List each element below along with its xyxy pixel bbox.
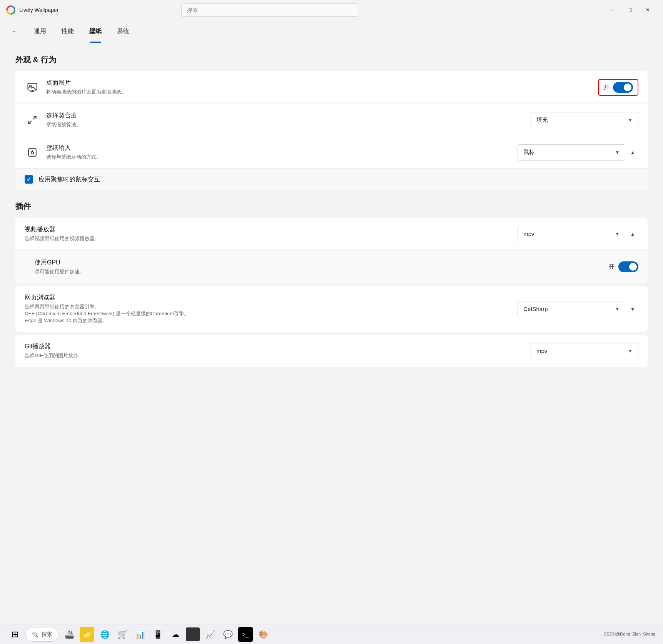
wallpaper-input-expand[interactable]: ▲ [627, 146, 638, 159]
taskbar-right: CSDN@Deng_Zian_Sheng [604, 631, 655, 637]
wallpaper-input-dropdown[interactable]: 鼠标 ▼ [518, 144, 625, 161]
web-browser-control: CefSharp ▼ ▼ [518, 301, 638, 317]
svg-line-4 [28, 121, 32, 124]
plugins-section: 插件 视频播放器 选择视频壁纸使用的视频播放器。 mpv ▼ ▲ [15, 201, 648, 367]
taskbar-files-icon[interactable]: 📁 [80, 627, 94, 642]
search-input[interactable] [181, 3, 358, 17]
web-browser-label: 网页浏览器 [25, 294, 510, 302]
plugins-section-title: 插件 [15, 201, 648, 212]
svg-rect-5 [28, 149, 36, 156]
svg-point-6 [31, 152, 34, 154]
gif-player-label: Gif播放器 [25, 343, 523, 351]
fit-mode-icon [25, 112, 40, 128]
close-button[interactable]: ✕ [639, 3, 657, 17]
taskbar-color-icon[interactable]: 🎨 [256, 627, 271, 642]
video-player-desc: 选择视频壁纸使用的视频播放器。 [25, 235, 510, 242]
taskbar-ship-icon[interactable]: 🚢 [62, 627, 77, 642]
fit-mode-chevron: ▼ [628, 117, 633, 123]
system-tray-label: CSDN@Deng_Zian_Sheng [604, 631, 655, 637]
gif-player-control: mpv ▼ [531, 343, 638, 359]
appearance-section-title: 外观 & 行为 [15, 55, 648, 65]
desktop-image-toggle-track [613, 82, 633, 93]
minimize-button[interactable]: ─ [604, 3, 621, 17]
main-content: 外观 & 行为 桌面图片 将动画墙纸的图片设置为桌面墙纸。 开 [0, 43, 663, 624]
taskbar-search-icon: 🔍 [32, 631, 38, 637]
taskbar-huawei-icon[interactable]: 📱 [150, 627, 165, 642]
use-gpu-desc: 尽可能使用硬件加速。 [35, 268, 601, 275]
tab-performance[interactable]: 性能 [55, 20, 81, 43]
web-browser-row: 网页浏览器 选择网页壁纸使用的浏览器引擎。CEF (Chromium Embed… [15, 286, 648, 332]
wallpaper-input-value: 鼠标 [523, 149, 535, 156]
web-browser-card: 网页浏览器 选择网页壁纸使用的浏览器引擎。CEF (Chromium Embed… [15, 286, 648, 332]
gif-player-dropdown[interactable]: mpv ▼ [531, 343, 638, 359]
wallpaper-input-control: 鼠标 ▼ ▲ [518, 144, 638, 161]
desktop-image-toggle[interactable] [613, 82, 633, 93]
gif-player-row: Gif播放器 选择GIF使用的图片放器 mpv ▼ [15, 335, 648, 367]
desktop-image-toggle-thumb [624, 84, 631, 91]
video-player-row: 视频播放器 选择视频壁纸使用的视频播放器。 mpv ▼ ▲ [15, 218, 648, 250]
maximize-button[interactable]: □ [621, 3, 639, 17]
gif-player-text: Gif播放器 选择GIF使用的图片放器 [25, 343, 523, 359]
use-gpu-toggle-thumb [629, 263, 637, 271]
video-player-dropdown[interactable]: mpv ▼ [518, 226, 625, 242]
taskbar-m365-icon[interactable]: 📊 [133, 627, 147, 642]
mouse-interaction-label: 应用聚焦时的鼠标交互 [38, 176, 100, 184]
use-gpu-toggle-track [618, 261, 638, 272]
svg-line-3 [33, 116, 36, 119]
desktop-image-desc: 将动画墙纸的图片设置为桌面墙纸。 [46, 89, 590, 95]
tab-system[interactable]: 系统 [110, 20, 136, 43]
taskbar: ⊞ 🔍 搜索 🚢 📁 🌐 🛒 📊 📱 ☁ 📈 💬 >_ 🎨 CSDN@Deng_… [0, 624, 663, 644]
fit-mode-control: 填充 ▼ [531, 112, 638, 128]
taskbar-search[interactable]: 🔍 搜索 [25, 627, 59, 642]
web-browser-text: 网页浏览器 选择网页壁纸使用的浏览器引擎。CEF (Chromium Embed… [25, 294, 510, 325]
desktop-image-text: 桌面图片 将动画墙纸的图片设置为桌面墙纸。 [46, 79, 590, 95]
start-button[interactable]: ⊞ [8, 627, 22, 642]
use-gpu-toggle-wrapper: 开 [609, 261, 638, 272]
fit-mode-text: 选择契合度 壁纸缩放算法。 [46, 112, 523, 128]
app-title: Lively Wallpaper [19, 7, 58, 13]
tab-general[interactable]: 外观 & 行为 通用 [27, 20, 53, 43]
use-gpu-label: 使用GPU [35, 259, 601, 267]
web-browser-expand[interactable]: ▼ [627, 303, 638, 315]
desktop-image-row: 桌面图片 将动画墙纸的图片设置为桌面墙纸。 开 [15, 71, 648, 104]
web-browser-dropdown[interactable]: CefSharp ▼ [518, 301, 625, 317]
wallpaper-input-label: 壁纸输入 [46, 144, 510, 152]
mouse-interaction-row: ✓ 应用聚焦时的鼠标交互 [15, 169, 648, 190]
gif-player-card: Gif播放器 选择GIF使用的图片放器 mpv ▼ [15, 335, 648, 367]
video-player-chevron: ▼ [615, 231, 620, 237]
fit-mode-dropdown[interactable]: 填充 ▼ [531, 112, 638, 128]
wallpaper-input-text: 壁纸输入 选择与壁纸互动的方式。 [46, 144, 510, 161]
wallpaper-input-desc: 选择与壁纸互动的方式。 [46, 154, 510, 161]
back-button[interactable]: ← [8, 25, 22, 38]
check-icon: ✓ [27, 176, 31, 182]
tab-wallpaper[interactable]: 壁纸 [82, 20, 109, 43]
video-player-control: mpv ▼ ▲ [518, 226, 638, 242]
video-player-value: mpv [523, 231, 534, 237]
window-controls: ─ □ ✕ [604, 3, 657, 17]
taskbar-edge-icon[interactable]: 🌐 [97, 627, 112, 642]
video-player-expand[interactable]: ▲ [627, 228, 638, 240]
taskbar-terminal-icon[interactable]: >_ [238, 627, 253, 642]
taskbar-cloud-icon[interactable]: ☁ [168, 627, 183, 642]
taskbar-search-label: 搜索 [42, 631, 52, 638]
web-browser-desc: 选择网页壁纸使用的浏览器引擎。CEF (Chromium Embedded Fr… [25, 303, 510, 325]
desktop-image-highlight: 开 [598, 79, 638, 96]
desktop-image-control: 开 [598, 79, 638, 96]
desktop-image-label: 桌面图片 [46, 79, 590, 87]
taskbar-chart-icon[interactable]: 📈 [203, 627, 217, 642]
plugins-card: 视频播放器 选择视频壁纸使用的视频播放器。 mpv ▼ ▲ 使用GPU 尽可能使… [15, 218, 648, 283]
app-logo [6, 5, 15, 15]
web-browser-chevron: ▼ [615, 306, 620, 312]
use-gpu-text: 使用GPU 尽可能使用硬件加速。 [35, 259, 601, 275]
taskbar-black-icon[interactable] [186, 627, 200, 641]
taskbar-store-icon[interactable]: 🛒 [115, 627, 130, 642]
fit-mode-desc: 壁纸缩放算法。 [46, 121, 523, 128]
desktop-image-icon [25, 80, 40, 95]
fit-mode-value: 填充 [536, 116, 548, 124]
taskbar-wechat-icon[interactable]: 💬 [220, 627, 235, 642]
system-tray-user: CSDN@Deng_Zian_Sheng [604, 631, 655, 637]
wallpaper-input-icon [25, 145, 40, 160]
use-gpu-toggle[interactable] [618, 261, 638, 272]
appearance-card: 桌面图片 将动画墙纸的图片设置为桌面墙纸。 开 [15, 71, 648, 190]
mouse-interaction-checkbox[interactable]: ✓ [25, 175, 33, 184]
